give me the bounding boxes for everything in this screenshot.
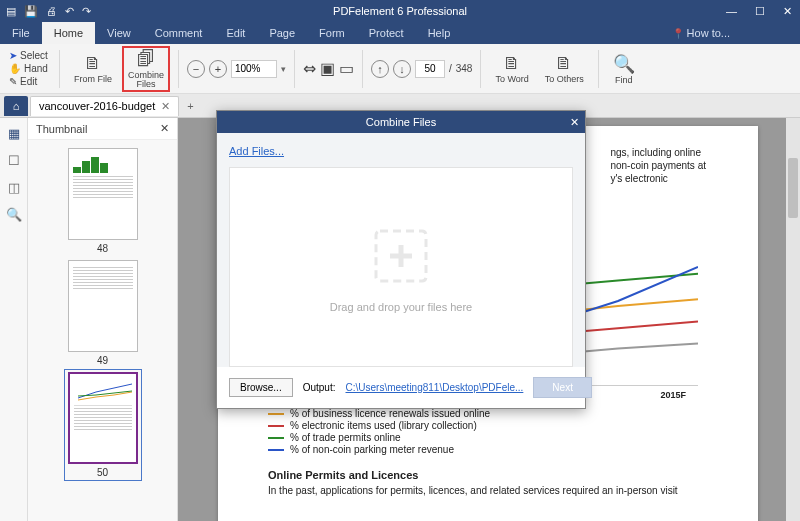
app-title: PDFelement 6 Professional — [333, 5, 467, 17]
browse-button[interactable]: Browse... — [229, 378, 293, 397]
page-text-fragment: ngs, including online non-coin payments … — [610, 146, 706, 185]
drop-hint: Drag and drop your files here — [330, 301, 472, 313]
legend-row: % of trade permits online — [268, 432, 708, 443]
next-page-button[interactable]: ↓ — [393, 60, 411, 78]
from-file-label: From File — [74, 75, 112, 84]
hand-icon: ✋ — [9, 63, 21, 74]
dialog-title-bar[interactable]: Combine Files ✕ — [217, 111, 585, 133]
edit-tool[interactable]: ✎Edit — [6, 75, 40, 88]
menu-form[interactable]: Form — [307, 22, 357, 44]
zoom-input[interactable] — [231, 60, 277, 78]
menu-protect[interactable]: Protect — [357, 22, 416, 44]
drop-zone[interactable]: Drag and drop your files here — [229, 167, 573, 367]
combine-files-button[interactable]: 🗐 Combine Files — [122, 46, 170, 92]
output-path-link[interactable]: C:\Users\meeting811\Desktop\PDFele... — [346, 382, 524, 393]
menu-page[interactable]: Page — [257, 22, 307, 44]
add-files-link[interactable]: Add Files... — [229, 145, 284, 157]
maximize-button[interactable]: ☐ — [751, 5, 769, 18]
menu-home[interactable]: Home — [42, 22, 95, 44]
thumbnails-icon[interactable]: ▦ — [8, 126, 20, 141]
section-heading: Online Permits and Licences — [268, 469, 708, 481]
combine-files-label: Combine Files — [128, 71, 164, 89]
total-pages: 348 — [456, 63, 473, 74]
close-button[interactable]: ✕ — [779, 5, 796, 18]
legend-row: % of business licence renewals issued on… — [268, 408, 708, 419]
scrollbar-thumb[interactable] — [788, 158, 798, 218]
chevron-down-icon[interactable]: ▾ — [281, 64, 286, 74]
find-label: Find — [615, 76, 633, 85]
save-icon[interactable]: 💾 — [24, 5, 38, 18]
edit-label: Edit — [20, 76, 37, 87]
menu-view[interactable]: View — [95, 22, 143, 44]
to-word-label: To Word — [495, 75, 528, 84]
thumbnail-close-button[interactable]: ✕ — [160, 122, 169, 135]
new-tab-button[interactable]: + — [181, 100, 199, 112]
minimize-button[interactable]: — — [722, 5, 741, 18]
document-tab-label: vancouver-2016-budget — [39, 100, 155, 112]
vertical-scrollbar[interactable] — [786, 118, 800, 521]
menu-help[interactable]: Help — [416, 22, 463, 44]
menu-bar: File Home View Comment Edit Page Form Pr… — [0, 22, 800, 44]
undo-icon[interactable]: ↶ — [65, 5, 74, 18]
export-icon: 🗎 — [503, 53, 521, 74]
thumbnail-page-49[interactable]: 49 — [67, 260, 139, 366]
search-icon: 🔍 — [613, 53, 635, 75]
bookmark-icon[interactable]: ☐ — [8, 153, 20, 168]
from-file-button[interactable]: 🗎 From File — [68, 51, 118, 86]
select-label: Select — [20, 50, 48, 61]
thumbnail-title: Thumbnail — [36, 123, 87, 135]
thumbnail-panel: Thumbnail ✕ 48 49 50 — [28, 118, 178, 521]
chart-year-label: 2015F — [660, 390, 686, 400]
title-bar: ▤ 💾 🖨 ↶ ↷ PDFelement 6 Professional — ☐ … — [0, 0, 800, 22]
cursor-icon: ➤ — [9, 50, 17, 61]
dialog-title: Combine Files — [366, 116, 436, 128]
current-page-input[interactable] — [415, 60, 445, 78]
legend-row: % electronic items used (library collect… — [268, 420, 708, 431]
thumbnail-page-48[interactable]: 48 — [67, 148, 139, 254]
redo-icon[interactable]: ↷ — [82, 5, 91, 18]
add-file-icon — [366, 221, 436, 291]
find-button[interactable]: 🔍Find — [607, 51, 641, 87]
fit-width-icon[interactable]: ⇔ — [303, 59, 316, 78]
print-icon[interactable]: 🖨 — [46, 5, 57, 18]
page-sep: / — [449, 63, 452, 74]
menu-edit[interactable]: Edit — [214, 22, 257, 44]
zoom-in-button[interactable]: + — [209, 60, 227, 78]
select-tool[interactable]: ➤Select — [6, 49, 51, 62]
pages-icon: 🗐 — [137, 49, 155, 70]
menu-comment[interactable]: Comment — [143, 22, 215, 44]
legend-row: % of non-coin parking meter revenue — [268, 444, 708, 455]
attachment-icon[interactable]: ◫ — [8, 180, 20, 195]
menu-file[interactable]: File — [0, 22, 42, 44]
page-icon: 🗎 — [84, 53, 102, 74]
actual-size-icon[interactable]: ▭ — [339, 59, 354, 78]
start-page-tab[interactable]: ⌂ — [4, 96, 28, 116]
app-icon: ▤ — [6, 5, 16, 18]
zoom-out-button[interactable]: − — [187, 60, 205, 78]
search-side-icon[interactable]: 🔍 — [6, 207, 22, 222]
thumbnail-page-50[interactable]: 50 — [67, 372, 139, 478]
pencil-icon: ✎ — [9, 76, 17, 87]
prev-page-button[interactable]: ↑ — [371, 60, 389, 78]
to-word-button[interactable]: 🗎To Word — [489, 51, 534, 86]
hand-tool[interactable]: ✋Hand — [6, 62, 51, 75]
to-others-label: To Others — [545, 75, 584, 84]
ribbon-toolbar: ➤Select ✋Hand ✎Edit 🗎 From File 🗐 Combin… — [0, 44, 800, 94]
to-others-button[interactable]: 🗎To Others — [539, 51, 590, 86]
hand-label: Hand — [24, 63, 48, 74]
export-others-icon: 🗎 — [555, 53, 573, 74]
close-tab-button[interactable]: ✕ — [161, 100, 170, 113]
next-button[interactable]: Next — [533, 377, 592, 398]
section-body: In the past, applications for permits, l… — [268, 484, 708, 497]
dialog-close-button[interactable]: ✕ — [570, 116, 579, 129]
fit-page-icon[interactable]: ▣ — [320, 59, 335, 78]
output-label: Output: — [303, 382, 336, 393]
how-to-link[interactable]: How to... — [672, 27, 730, 39]
document-tab[interactable]: vancouver-2016-budget ✕ — [30, 96, 179, 116]
side-rail: ▦ ☐ ◫ 🔍 — [0, 118, 28, 521]
combine-files-dialog: Combine Files ✕ Add Files... Drag and dr… — [216, 110, 586, 409]
